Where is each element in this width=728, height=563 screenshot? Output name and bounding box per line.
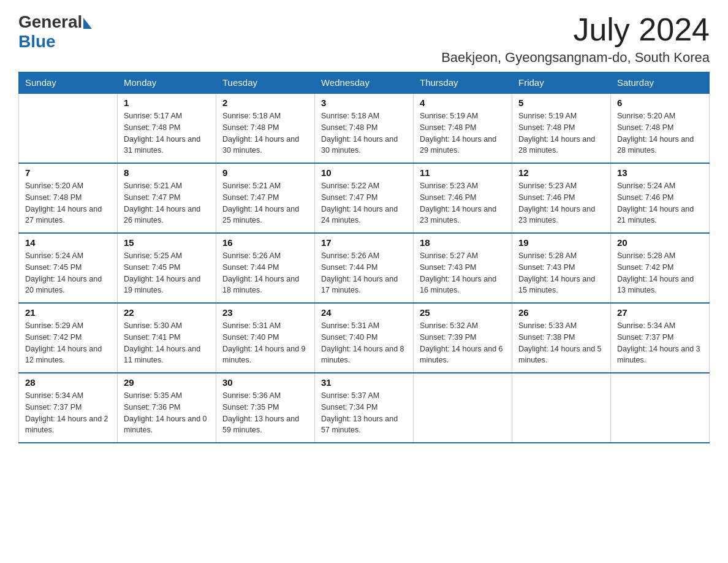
column-header-friday: Friday (512, 72, 611, 94)
calendar-cell: 28Sunrise: 5:34 AMSunset: 7:37 PMDayligh… (19, 373, 118, 443)
day-info: Sunrise: 5:34 AMSunset: 7:37 PMDaylight:… (617, 320, 703, 366)
calendar-cell: 8Sunrise: 5:21 AMSunset: 7:47 PMDaylight… (118, 163, 216, 233)
day-info: Sunrise: 5:18 AMSunset: 7:48 PMDaylight:… (222, 110, 308, 156)
day-number: 28 (25, 377, 111, 388)
column-header-saturday: Saturday (611, 72, 710, 94)
location-subtitle: Baekjeon, Gyeongsangnam-do, South Korea (441, 50, 710, 66)
day-number: 7 (25, 167, 111, 178)
logo-general-text: General (18, 12, 82, 32)
calendar-cell: 21Sunrise: 5:29 AMSunset: 7:42 PMDayligh… (19, 303, 118, 373)
calendar-cell: 19Sunrise: 5:28 AMSunset: 7:43 PMDayligh… (512, 233, 611, 303)
calendar-week-row: 7Sunrise: 5:20 AMSunset: 7:48 PMDaylight… (19, 163, 710, 233)
month-year-title: July 2024 (441, 12, 710, 47)
calendar-cell: 5Sunrise: 5:19 AMSunset: 7:48 PMDaylight… (512, 93, 611, 163)
day-number: 23 (222, 307, 308, 318)
day-info: Sunrise: 5:36 AMSunset: 7:35 PMDaylight:… (222, 390, 308, 436)
header-area: General Blue July 2024 Baekjeon, Gyeongs… (18, 12, 710, 66)
day-info: Sunrise: 5:26 AMSunset: 7:44 PMDaylight:… (222, 250, 308, 296)
calendar-cell: 30Sunrise: 5:36 AMSunset: 7:35 PMDayligh… (216, 373, 315, 443)
calendar-cell: 2Sunrise: 5:18 AMSunset: 7:48 PMDaylight… (216, 93, 315, 163)
calendar-cell: 9Sunrise: 5:21 AMSunset: 7:47 PMDaylight… (216, 163, 315, 233)
calendar-cell: 14Sunrise: 5:24 AMSunset: 7:45 PMDayligh… (19, 233, 118, 303)
calendar-cell: 15Sunrise: 5:25 AMSunset: 7:45 PMDayligh… (118, 233, 216, 303)
day-info: Sunrise: 5:23 AMSunset: 7:46 PMDaylight:… (518, 180, 604, 226)
calendar-cell: 17Sunrise: 5:26 AMSunset: 7:44 PMDayligh… (315, 233, 414, 303)
day-number: 6 (617, 98, 703, 108)
column-header-wednesday: Wednesday (315, 72, 414, 94)
day-number: 8 (124, 167, 210, 178)
logo-triangle-icon (83, 18, 92, 29)
day-info: Sunrise: 5:19 AMSunset: 7:48 PMDaylight:… (420, 110, 506, 156)
day-info: Sunrise: 5:28 AMSunset: 7:43 PMDaylight:… (518, 250, 604, 296)
calendar-cell: 29Sunrise: 5:35 AMSunset: 7:36 PMDayligh… (118, 373, 216, 443)
calendar-cell: 1Sunrise: 5:17 AMSunset: 7:48 PMDaylight… (118, 93, 216, 163)
day-number: 31 (321, 377, 407, 388)
day-number: 19 (518, 237, 604, 248)
calendar-cell: 3Sunrise: 5:18 AMSunset: 7:48 PMDaylight… (315, 93, 414, 163)
day-number: 2 (222, 98, 308, 108)
day-number: 29 (124, 377, 210, 388)
calendar-cell: 6Sunrise: 5:20 AMSunset: 7:48 PMDaylight… (611, 93, 710, 163)
day-number: 13 (617, 167, 703, 178)
day-info: Sunrise: 5:29 AMSunset: 7:42 PMDaylight:… (25, 320, 111, 366)
calendar-cell: 11Sunrise: 5:23 AMSunset: 7:46 PMDayligh… (414, 163, 512, 233)
calendar-cell: 23Sunrise: 5:31 AMSunset: 7:40 PMDayligh… (216, 303, 315, 373)
calendar-cell: 24Sunrise: 5:31 AMSunset: 7:40 PMDayligh… (315, 303, 414, 373)
logo-blue-text: Blue (18, 32, 56, 52)
calendar-cell: 18Sunrise: 5:27 AMSunset: 7:43 PMDayligh… (414, 233, 512, 303)
day-number: 25 (420, 307, 506, 318)
day-info: Sunrise: 5:21 AMSunset: 7:47 PMDaylight:… (124, 180, 210, 226)
day-info: Sunrise: 5:20 AMSunset: 7:48 PMDaylight:… (25, 180, 111, 226)
day-number: 3 (321, 98, 407, 108)
day-info: Sunrise: 5:26 AMSunset: 7:44 PMDaylight:… (321, 250, 407, 296)
day-number: 10 (321, 167, 407, 178)
day-info: Sunrise: 5:28 AMSunset: 7:42 PMDaylight:… (617, 250, 703, 296)
day-info: Sunrise: 5:27 AMSunset: 7:43 PMDaylight:… (420, 250, 506, 296)
calendar-cell (414, 373, 512, 443)
day-number: 24 (321, 307, 407, 318)
logo: General Blue (18, 12, 93, 52)
calendar-cell: 22Sunrise: 5:30 AMSunset: 7:41 PMDayligh… (118, 303, 216, 373)
calendar-cell: 10Sunrise: 5:22 AMSunset: 7:47 PMDayligh… (315, 163, 414, 233)
day-number: 12 (518, 167, 604, 178)
day-number: 21 (25, 307, 111, 318)
day-info: Sunrise: 5:21 AMSunset: 7:47 PMDaylight:… (222, 180, 308, 226)
calendar-cell: 7Sunrise: 5:20 AMSunset: 7:48 PMDaylight… (19, 163, 118, 233)
calendar-table: SundayMondayTuesdayWednesdayThursdayFrid… (18, 72, 710, 443)
calendar-cell: 31Sunrise: 5:37 AMSunset: 7:34 PMDayligh… (315, 373, 414, 443)
day-number: 5 (518, 98, 604, 108)
calendar-cell: 12Sunrise: 5:23 AMSunset: 7:46 PMDayligh… (512, 163, 611, 233)
day-info: Sunrise: 5:18 AMSunset: 7:48 PMDaylight:… (321, 110, 407, 156)
column-header-monday: Monday (118, 72, 216, 94)
day-number: 20 (617, 237, 703, 248)
day-info: Sunrise: 5:23 AMSunset: 7:46 PMDaylight:… (420, 180, 506, 226)
day-info: Sunrise: 5:37 AMSunset: 7:34 PMDaylight:… (321, 390, 407, 436)
calendar-cell: 4Sunrise: 5:19 AMSunset: 7:48 PMDaylight… (414, 93, 512, 163)
calendar-week-row: 28Sunrise: 5:34 AMSunset: 7:37 PMDayligh… (19, 373, 710, 443)
day-number: 30 (222, 377, 308, 388)
calendar-cell (19, 93, 118, 163)
day-info: Sunrise: 5:31 AMSunset: 7:40 PMDaylight:… (222, 320, 308, 366)
day-info: Sunrise: 5:33 AMSunset: 7:38 PMDaylight:… (518, 320, 604, 366)
day-info: Sunrise: 5:32 AMSunset: 7:39 PMDaylight:… (420, 320, 506, 366)
day-number: 14 (25, 237, 111, 248)
day-number: 9 (222, 167, 308, 178)
day-number: 1 (124, 98, 210, 108)
calendar-cell: 27Sunrise: 5:34 AMSunset: 7:37 PMDayligh… (611, 303, 710, 373)
day-info: Sunrise: 5:19 AMSunset: 7:48 PMDaylight:… (518, 110, 604, 156)
calendar-header-row: SundayMondayTuesdayWednesdayThursdayFrid… (19, 72, 710, 94)
calendar-cell: 26Sunrise: 5:33 AMSunset: 7:38 PMDayligh… (512, 303, 611, 373)
calendar-week-row: 1Sunrise: 5:17 AMSunset: 7:48 PMDaylight… (19, 93, 710, 163)
calendar-cell (512, 373, 611, 443)
day-info: Sunrise: 5:30 AMSunset: 7:41 PMDaylight:… (124, 320, 210, 366)
day-number: 15 (124, 237, 210, 248)
column-header-sunday: Sunday (19, 72, 118, 94)
day-info: Sunrise: 5:24 AMSunset: 7:45 PMDaylight:… (25, 250, 111, 296)
calendar-week-row: 14Sunrise: 5:24 AMSunset: 7:45 PMDayligh… (19, 233, 710, 303)
day-number: 4 (420, 98, 506, 108)
day-info: Sunrise: 5:17 AMSunset: 7:48 PMDaylight:… (124, 110, 210, 156)
day-number: 18 (420, 237, 506, 248)
day-number: 16 (222, 237, 308, 248)
day-number: 27 (617, 307, 703, 318)
day-info: Sunrise: 5:34 AMSunset: 7:37 PMDaylight:… (25, 390, 111, 436)
